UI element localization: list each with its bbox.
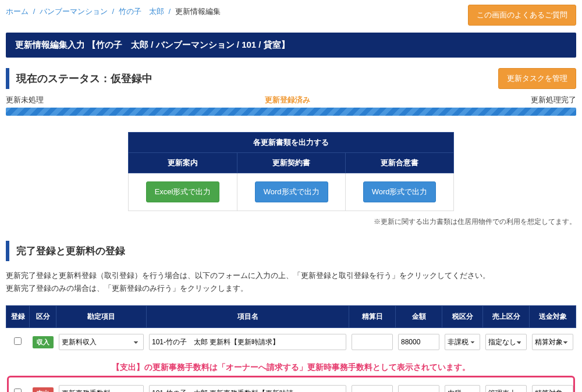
item-name-input[interactable] — [149, 334, 346, 350]
docs-note: ※更新に関する出力書類は住居用物件での利用を想定してます。 — [6, 217, 576, 227]
export-excel-button[interactable]: Excel形式で出力 — [146, 181, 220, 202]
account-select[interactable]: 更新事務手数料 — [59, 385, 144, 392]
progress-center-label: 更新登録済み — [265, 95, 310, 105]
kubun-badge-income: 収入 — [33, 336, 54, 348]
item-name-input[interactable] — [149, 385, 346, 392]
th-kubun: 区分 — [30, 306, 56, 328]
account-select[interactable]: 更新料収入 — [59, 334, 144, 350]
date-input[interactable] — [352, 385, 393, 392]
breadcrumb-link[interactable]: バンブーマンション — [40, 7, 108, 16]
send-select[interactable]: 精算対象 — [532, 385, 573, 392]
export-word-button[interactable]: Word形式で出力 — [255, 181, 328, 202]
breadcrumb-link[interactable]: ホーム — [6, 7, 29, 16]
th-sales: 売上区分 — [483, 306, 530, 328]
progress-bar — [6, 108, 576, 116]
page-title: 更新情報編集入力 【竹の子 太郎 / バンブーマンション / 101 / 貸室】 — [6, 33, 576, 58]
th-send: 送金対象 — [530, 306, 576, 328]
docs-col-header: 更新契約書 — [237, 153, 346, 173]
breadcrumb-current: 更新情報編集 — [175, 7, 221, 16]
section-desc: 更新完了登録と更新料登録（取引登録）を行う場合は、以下のフォームに入力の上、「更… — [6, 269, 576, 295]
tax-select[interactable]: 内税 — [445, 385, 480, 392]
table-row: 支出 更新事務手数料 内税 管理売上 精算対象 — [6, 379, 576, 392]
register-checkbox[interactable] — [14, 389, 22, 392]
registration-table: 登録 区分 勘定項目 項目名 精算日 金額 税区分 売上区分 送金対象 収入 更… — [6, 305, 576, 392]
documents-table: 各更新書類を出力する 更新案内 更新契約書 更新合意書 Excel形式で出力 W… — [128, 132, 454, 211]
section-title: 完了登録と更新料の登録 — [6, 241, 576, 261]
th-amount: 金額 — [396, 306, 442, 328]
sales-select[interactable]: 指定なし — [485, 334, 527, 350]
kubun-badge-expense: 支出 — [33, 387, 54, 392]
amount-input[interactable] — [398, 385, 439, 392]
faq-button[interactable]: この画面のよくあるご質問 — [468, 5, 576, 26]
th-date: 精算日 — [349, 306, 396, 328]
docs-col-header: 更新合意書 — [346, 153, 454, 173]
manage-tasks-button[interactable]: 更新タスクを管理 — [498, 68, 576, 89]
annotation-text: 【支出】の更新事務手数料は「オーナーへ請求する」更新時事務手数料として表示されて… — [6, 357, 576, 379]
progress-right-label: 更新処理完了 — [531, 95, 576, 105]
date-input[interactable] — [352, 334, 393, 350]
export-word-button[interactable]: Word形式で出力 — [363, 181, 436, 202]
tax-select[interactable]: 非課税 — [445, 334, 480, 350]
breadcrumb-link[interactable]: 竹の子 太郎 — [119, 7, 164, 16]
th-tax: 税区分 — [442, 306, 483, 328]
register-checkbox[interactable] — [14, 337, 22, 345]
table-row: 収入 更新料収入 非課税 指定なし 精算対象 — [6, 328, 576, 357]
send-select[interactable]: 精算対象 — [532, 334, 573, 350]
docs-group-header: 各更新書類を出力する — [129, 133, 454, 153]
progress-left-label: 更新未処理 — [6, 95, 44, 105]
docs-col-header: 更新案内 — [129, 153, 237, 173]
amount-input[interactable] — [398, 334, 439, 350]
status-label: 現在のステータス：仮登録中 — [6, 68, 159, 89]
th-account: 勘定項目 — [56, 306, 147, 328]
th-register: 登録 — [6, 306, 30, 328]
sales-select[interactable]: 管理売上 — [485, 385, 527, 392]
breadcrumb: ホーム / バンブーマンション / 竹の子 太郎 / 更新情報編集 — [6, 5, 221, 17]
th-name: 項目名 — [147, 306, 349, 328]
